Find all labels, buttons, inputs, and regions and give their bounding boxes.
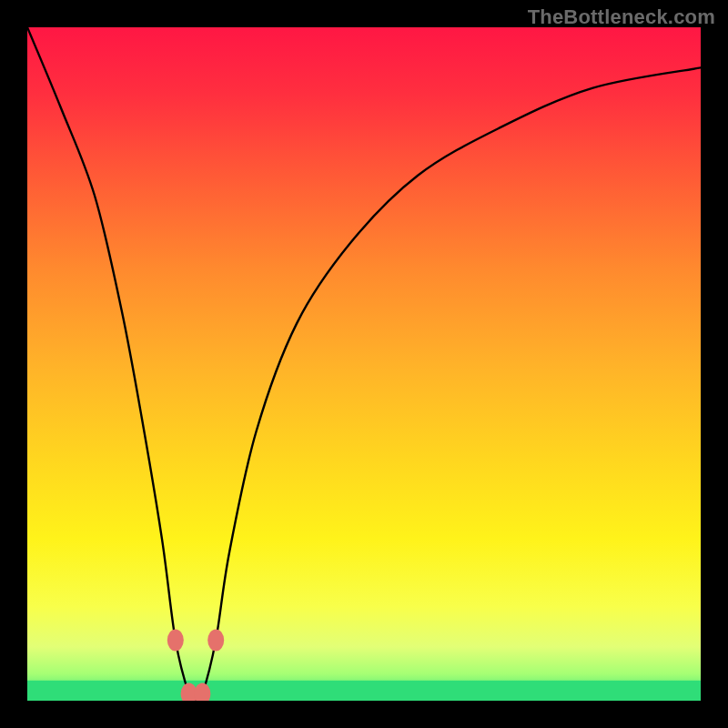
gradient-background — [27, 27, 701, 701]
bottleneck-chart — [27, 27, 701, 701]
trough-marker-3 — [207, 629, 224, 651]
plot-area — [27, 27, 701, 701]
trough-marker-0 — [167, 629, 184, 651]
threshold-band — [27, 681, 701, 701]
attribution-watermark: TheBottleneck.com — [528, 5, 715, 29]
chart-frame: TheBottleneck.com — [0, 0, 728, 728]
